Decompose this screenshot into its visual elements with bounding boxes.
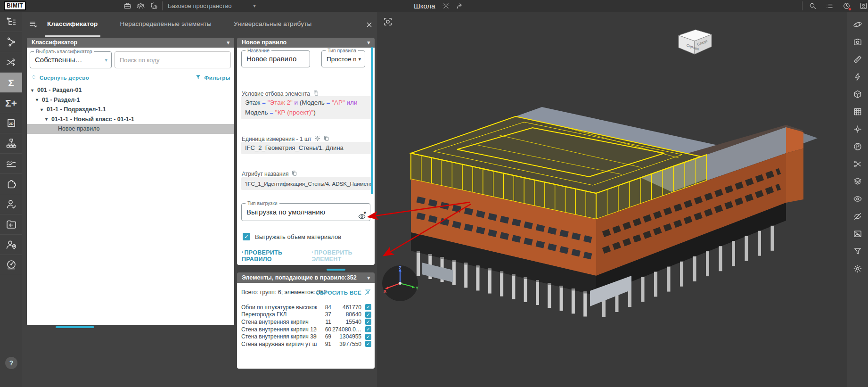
- view-cube[interactable]: Справа Сзади: [675, 27, 714, 57]
- workspace-selector[interactable]: Базовое пространство ▾: [168, 0, 256, 12]
- collapse-panel-icon[interactable]: ▾: [227, 38, 229, 48]
- tree-caret-icon[interactable]: ▾: [45, 116, 48, 122]
- section-cut-button[interactable]: [847, 155, 868, 173]
- code-search-input[interactable]: [115, 51, 231, 68]
- axis-gizmo[interactable]: Z X Y: [381, 264, 419, 302]
- selection-button[interactable]: [0, 32, 22, 52]
- rule-panel-horizontal-scrollbar[interactable]: [327, 269, 345, 271]
- condition-expression[interactable]: Этаж = "Этаж 2" и (Модель = "АР" или Мод…: [241, 96, 371, 119]
- clear-filters-icon: [364, 288, 371, 296]
- table-row[interactable]: Стена наружная кирпич ут шт-шт913977550✓: [237, 340, 375, 348]
- tab-2[interactable]: Нераспределённые элементы: [118, 12, 214, 37]
- upload-type-label: Тип выгрузки: [246, 200, 279, 206]
- tree-item[interactable]: ▾01 - Раздел-1: [27, 95, 234, 105]
- model-tree-button[interactable]: [0, 12, 22, 32]
- shield-user-icon[interactable]: [150, 2, 158, 10]
- close-icon[interactable]: [365, 21, 373, 29]
- classifier-horizontal-scrollbar[interactable]: [56, 326, 94, 328]
- user-location-button[interactable]: [0, 235, 22, 255]
- classifier-select[interactable]: Выбрать классификатор Собственны… ▾: [30, 51, 112, 68]
- fit-view-icon[interactable]: [383, 16, 393, 27]
- table-row[interactable]: Стена внутренняя кирпич 120 шт-шт6027408…: [237, 326, 375, 333]
- settings-icon[interactable]: [442, 2, 450, 10]
- plugins-button[interactable]: [0, 174, 22, 194]
- team-icon[interactable]: [137, 2, 145, 10]
- table-row[interactable]: Обои по штукатурке высококачественной844…: [237, 304, 375, 311]
- group-checkbox[interactable]: ✓: [365, 319, 371, 325]
- shuffle-button[interactable]: [0, 52, 22, 73]
- tree-item[interactable]: ▾01-1-1 - Новый класс - 01-1-1: [27, 115, 234, 124]
- settings-icon: [853, 264, 862, 273]
- reset-all-button[interactable]: СБРОСИТЬ ВСЁ: [316, 288, 371, 296]
- viewport-3d[interactable]: Справа Сзади Z X Y: [377, 12, 868, 387]
- search-icon[interactable]: [809, 2, 817, 10]
- collapse-panel-icon[interactable]: ▾: [367, 272, 370, 283]
- measure-button[interactable]: [847, 50, 868, 68]
- flash-button[interactable]: [847, 68, 868, 85]
- filters-button[interactable]: Фильтры: [195, 74, 230, 81]
- briefcase-icon[interactable]: [123, 2, 131, 10]
- org-chart-button[interactable]: [0, 133, 22, 154]
- elements-table: Обои по штукатурке высококачественной844…: [237, 304, 375, 348]
- panel-menu-icon[interactable]: [28, 19, 38, 29]
- group-checkbox[interactable]: ✓: [365, 304, 371, 310]
- tree-caret-icon[interactable]: ▾: [31, 88, 33, 93]
- classifier-panel-header: Классификатор ▾: [27, 38, 234, 48]
- table-row[interactable]: Перегородка ГКЛ3780640✓: [237, 311, 375, 319]
- unit-value[interactable]: IFC_2_Геометрия_Стены/1. Длина: [241, 142, 371, 154]
- group-checkbox[interactable]: ✓: [365, 341, 371, 347]
- building-model[interactable]: [377, 12, 868, 387]
- tab-3[interactable]: Универсальные атрибуты: [231, 12, 314, 37]
- tree-item[interactable]: ▾001 - Раздел-01: [27, 85, 234, 95]
- eye-off-button[interactable]: [847, 207, 868, 225]
- cube-button[interactable]: [847, 85, 868, 103]
- rule-type-select[interactable]: Тип правила Простое прав… ▾: [321, 50, 365, 67]
- image-off-button[interactable]: [847, 225, 868, 242]
- collapse-panel-icon[interactable]: ▾: [367, 38, 370, 48]
- grid-button[interactable]: [847, 103, 868, 120]
- rule-panel-scrollbar[interactable]: [371, 47, 373, 194]
- table-row[interactable]: Стена внутренняя кирпич 380 шт-шт6913049…: [237, 333, 375, 340]
- show-elements-eye-icon[interactable]: [357, 213, 367, 221]
- sigma-button[interactable]: Σ: [0, 73, 22, 93]
- sheet-2d-button[interactable]: 2D: [0, 113, 22, 133]
- export-materials-checkbox[interactable]: ✓: [243, 233, 250, 240]
- tree-caret-icon[interactable]: ▾: [41, 107, 43, 112]
- section-view-button[interactable]: [847, 33, 868, 50]
- account-icon[interactable]: [860, 2, 868, 10]
- attr-value[interactable]: 'IFC_1_Идентификация_Стены/4. ADSK_Наиме…: [241, 177, 371, 190]
- charts-button[interactable]: [0, 154, 22, 174]
- eye-button[interactable]: [847, 190, 868, 207]
- collapse-tree-button[interactable]: Свернуть дерево: [31, 74, 89, 81]
- tree-item[interactable]: ▾01-1 - Подраздел-1.1: [27, 105, 234, 115]
- notifications-icon[interactable]: [843, 2, 851, 10]
- p-marker-button[interactable]: [847, 138, 868, 155]
- menu-list-icon[interactable]: [826, 2, 834, 10]
- tree-item[interactable]: Новое правило: [27, 124, 234, 134]
- share-icon[interactable]: [456, 2, 464, 10]
- folder-export-button[interactable]: [0, 214, 22, 235]
- check-rule-button[interactable]: ПРОВЕРИТЬ ПРАВИЛО: [242, 249, 305, 263]
- dashboard-button[interactable]: [0, 255, 22, 275]
- filter-outline-button[interactable]: [847, 242, 868, 260]
- table-row[interactable]: Стена внутренняя кирпич1115540✓: [237, 318, 375, 326]
- copy-icon[interactable]: [291, 170, 297, 178]
- group-checkbox[interactable]: ✓: [365, 334, 371, 340]
- tree-caret-icon[interactable]: ▾: [36, 97, 38, 102]
- check-element-button[interactable]: ПРОВЕРИТЬ ЭЛЕМЕНТ: [311, 249, 375, 263]
- upload-type-select[interactable]: Тип выгрузки Выгрузка по умолчанию ▾: [241, 203, 370, 221]
- rule-name-field[interactable]: Название Новое правило: [241, 50, 310, 67]
- settings-button[interactable]: [847, 260, 868, 277]
- focus-button[interactable]: [847, 120, 868, 138]
- user-check-button[interactable]: [0, 194, 22, 214]
- app-logo[interactable]: BiMiT: [4, 1, 26, 10]
- group-checkbox[interactable]: ✓: [365, 312, 371, 318]
- layers-button[interactable]: [847, 173, 868, 190]
- notification-badge: [848, 8, 852, 11]
- sigma-plus-button[interactable]: Σ+: [0, 93, 22, 113]
- tab-1[interactable]: Классификатор: [45, 12, 100, 37]
- group-value: 1304955: [331, 333, 361, 340]
- group-checkbox[interactable]: ✓: [365, 326, 371, 332]
- help-button[interactable]: ?: [5, 357, 17, 369]
- orbit-button[interactable]: [847, 16, 868, 33]
